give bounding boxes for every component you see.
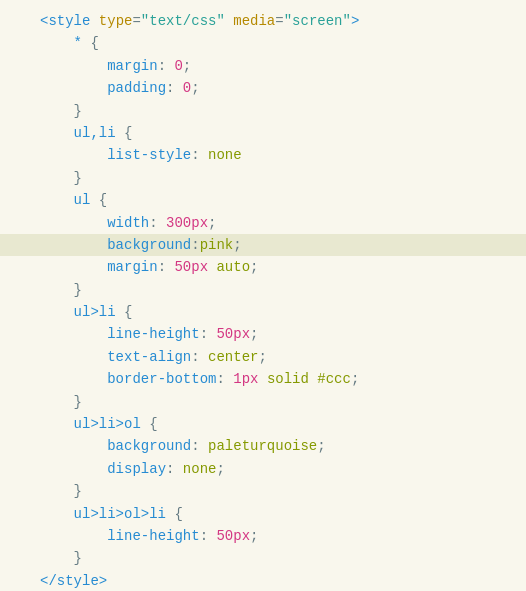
- line-text: }: [40, 391, 526, 413]
- line-text: padding: 0;: [40, 77, 526, 99]
- code-line: ul>li>ol {: [0, 413, 526, 435]
- line-gutter: [0, 346, 40, 368]
- line-gutter: [0, 413, 40, 435]
- line-gutter: [0, 570, 40, 591]
- line-gutter: [0, 55, 40, 77]
- code-line: }: [0, 167, 526, 189]
- code-editor: <style type="text/css" media="screen"> *…: [0, 10, 526, 591]
- line-text: width: 300px;: [40, 212, 526, 234]
- line-text: ul>li {: [40, 301, 526, 323]
- code-line: background:pink;: [0, 234, 526, 256]
- line-text: ul,li {: [40, 122, 526, 144]
- code-line: line-height: 50px;: [0, 525, 526, 547]
- line-text: }: [40, 167, 526, 189]
- code-line: line-height: 50px;: [0, 323, 526, 345]
- line-gutter: [0, 503, 40, 525]
- code-line: * {: [0, 32, 526, 54]
- code-line: }: [0, 480, 526, 502]
- line-text: background:pink;: [40, 234, 526, 256]
- line-text: margin: 0;: [40, 55, 526, 77]
- line-gutter: [0, 144, 40, 166]
- line-text: ul>li>ol {: [40, 413, 526, 435]
- line-text: }: [40, 547, 526, 569]
- code-line: }: [0, 279, 526, 301]
- line-gutter: [0, 189, 40, 211]
- line-text: ul>li>ol>li {: [40, 503, 526, 525]
- code-line: text-align: center;: [0, 346, 526, 368]
- line-text: }: [40, 480, 526, 502]
- line-gutter: [0, 480, 40, 502]
- line-text: </style>: [40, 570, 526, 591]
- code-line: list-style: none: [0, 144, 526, 166]
- line-gutter: [0, 256, 40, 278]
- line-text: line-height: 50px;: [40, 525, 526, 547]
- line-text: }: [40, 279, 526, 301]
- line-gutter: [0, 547, 40, 569]
- code-line: }: [0, 100, 526, 122]
- code-line: </style>: [0, 570, 526, 591]
- line-text: list-style: none: [40, 144, 526, 166]
- code-line: ul>li {: [0, 301, 526, 323]
- code-line: border-bottom: 1px solid #ccc;: [0, 368, 526, 390]
- code-line: ul {: [0, 189, 526, 211]
- code-line: display: none;: [0, 458, 526, 480]
- line-gutter: [0, 279, 40, 301]
- line-text: * {: [40, 32, 526, 54]
- line-text: ul {: [40, 189, 526, 211]
- line-gutter: [0, 167, 40, 189]
- code-line: }: [0, 391, 526, 413]
- code-line: ul,li {: [0, 122, 526, 144]
- line-text: display: none;: [40, 458, 526, 480]
- code-line: width: 300px;: [0, 212, 526, 234]
- code-line: }: [0, 547, 526, 569]
- line-gutter: [0, 323, 40, 345]
- line-gutter: [0, 77, 40, 99]
- code-line: ul>li>ol>li {: [0, 503, 526, 525]
- line-gutter: [0, 525, 40, 547]
- line-gutter: [0, 212, 40, 234]
- code-line: margin: 0;: [0, 55, 526, 77]
- line-gutter: [0, 234, 40, 256]
- line-gutter: [0, 391, 40, 413]
- line-gutter: [0, 435, 40, 457]
- line-text: border-bottom: 1px solid #ccc;: [40, 368, 526, 390]
- line-gutter: [0, 301, 40, 323]
- line-gutter: [0, 10, 40, 32]
- code-line: margin: 50px auto;: [0, 256, 526, 278]
- line-gutter: [0, 32, 40, 54]
- code-line: <style type="text/css" media="screen">: [0, 10, 526, 32]
- code-line: padding: 0;: [0, 77, 526, 99]
- line-text: }: [40, 100, 526, 122]
- line-gutter: [0, 100, 40, 122]
- line-text: text-align: center;: [40, 346, 526, 368]
- line-gutter: [0, 458, 40, 480]
- line-gutter: [0, 368, 40, 390]
- code-line: background: paleturquoise;: [0, 435, 526, 457]
- line-gutter: [0, 122, 40, 144]
- line-text: background: paleturquoise;: [40, 435, 526, 457]
- line-text: margin: 50px auto;: [40, 256, 526, 278]
- line-text: <style type="text/css" media="screen">: [40, 10, 526, 32]
- line-text: line-height: 50px;: [40, 323, 526, 345]
